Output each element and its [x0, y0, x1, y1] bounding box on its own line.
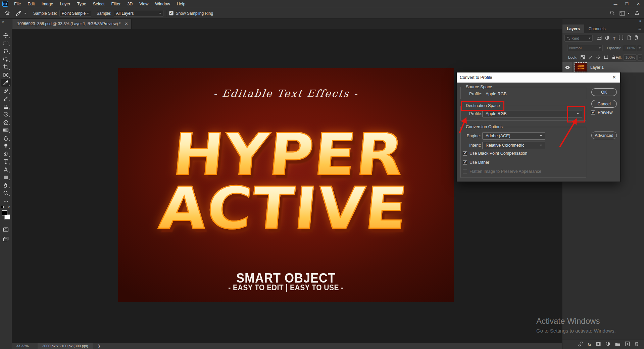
layer-name[interactable]: Layer 1	[590, 65, 604, 70]
opacity-value[interactable]: 100%	[623, 45, 636, 51]
toolbar-collapse-chevrons[interactable]: »	[0, 19, 12, 29]
show-sampling-ring-checkbox[interactable]	[169, 11, 174, 15]
eyedropper-tool-button[interactable]	[1, 79, 11, 87]
black-point-checkbox[interactable]	[463, 151, 467, 156]
cancel-button[interactable]: Cancel	[591, 100, 617, 108]
opacity-chevron[interactable]	[637, 45, 642, 51]
zoom-tool-button[interactable]	[1, 189, 11, 197]
menu-3d[interactable]: 3D	[124, 0, 136, 8]
fill-chevron[interactable]	[637, 54, 642, 61]
object-selection-tool-button[interactable]	[1, 55, 11, 63]
tab-channels[interactable]: Channels	[584, 24, 610, 33]
advanced-button[interactable]: Advanced	[591, 132, 617, 139]
document-canvas[interactable]: - Editable Text Effects - HYPER HYPER HY…	[118, 68, 454, 302]
brush-tool-button[interactable]	[1, 95, 11, 102]
destination-profile-label: Profile:	[465, 111, 482, 116]
status-chevron-icon[interactable]: ❯	[97, 344, 100, 348]
close-button[interactable]: ✕	[633, 0, 644, 8]
menu-help[interactable]: Help	[174, 0, 189, 8]
history-brush-tool-button[interactable]	[1, 110, 11, 118]
path-select-tool-button[interactable]	[1, 166, 11, 173]
filter-adjustment-layers-icon[interactable]	[605, 35, 610, 42]
chevron-down-icon	[589, 38, 591, 39]
filter-pixel-layers-icon[interactable]	[597, 35, 602, 42]
add-mask-icon[interactable]	[596, 342, 601, 348]
menu-layer[interactable]: Layer	[56, 0, 73, 8]
workspace-icon[interactable]	[620, 11, 630, 16]
lasso-tool-button[interactable]	[1, 47, 11, 55]
new-group-icon[interactable]	[615, 342, 621, 348]
toolbar-ellipsis-button[interactable]	[1, 197, 11, 205]
dialog-title-bar[interactable]: Convert to Profile ✕	[457, 72, 620, 83]
dialog-close-icon[interactable]: ✕	[611, 75, 617, 80]
layer-filter-dropdown[interactable]: Kind	[564, 35, 593, 42]
sample-dropdown[interactable]: All Layers	[114, 10, 163, 17]
menu-view[interactable]: View	[136, 0, 152, 8]
clone-stamp-tool-button[interactable]	[1, 103, 11, 110]
share-icon[interactable]	[634, 10, 639, 16]
filter-toggle-icon[interactable]	[635, 35, 638, 42]
marquee-tool-button[interactable]	[1, 40, 11, 47]
layer-visibility-toggle[interactable]	[562, 62, 573, 72]
menu-type[interactable]: Type	[74, 0, 90, 8]
fill-value[interactable]: 100%	[623, 54, 637, 61]
move-tool-button[interactable]	[1, 32, 11, 39]
menu-edit[interactable]: Edit	[24, 0, 38, 8]
layer-style-icon[interactable]: fx	[588, 342, 591, 347]
panel-menu-icon[interactable]: ≡	[635, 24, 644, 33]
panel-collapse-chevrons[interactable]: »	[562, 19, 644, 24]
frame-tool-button[interactable]	[1, 71, 11, 79]
lock-all-icon[interactable]	[611, 55, 616, 60]
crop-tool-button[interactable]	[1, 63, 11, 71]
eyedropper-icon[interactable]	[16, 10, 26, 16]
rectangle-tool-button[interactable]	[1, 173, 11, 181]
default-colors-icon[interactable]	[1, 206, 4, 208]
type-tool-button[interactable]	[1, 158, 11, 165]
lock-transparency-icon[interactable]	[581, 55, 585, 60]
menu-filter[interactable]: Filter	[108, 0, 124, 8]
zoom-level[interactable]: 33.33%	[16, 344, 33, 348]
layer-thumbnail[interactable]: HYPER ACTIVE	[575, 63, 587, 71]
delete-layer-icon[interactable]	[634, 341, 639, 348]
blur-tool-button[interactable]	[1, 134, 11, 142]
new-layer-icon[interactable]	[625, 341, 630, 348]
foreground-color-swatch[interactable]	[2, 210, 7, 215]
lock-artboard-icon[interactable]	[604, 55, 608, 60]
tab-layers[interactable]: Layers	[562, 24, 584, 33]
minimize-button[interactable]: —	[610, 0, 621, 8]
preview-checkbox[interactable]	[591, 110, 595, 115]
restore-button[interactable]: ❐	[621, 0, 633, 8]
screen-mode-button[interactable]	[1, 235, 11, 243]
quick-mask-button[interactable]	[1, 226, 11, 234]
menu-file[interactable]: File	[11, 0, 24, 8]
gradient-tool-button[interactable]	[1, 126, 11, 134]
layer-row[interactable]: HYPER ACTIVE Layer 1	[562, 62, 644, 72]
swap-colors-icon[interactable]: ⇄	[8, 205, 10, 208]
dodge-tool-button[interactable]	[1, 142, 11, 150]
blend-mode-dropdown[interactable]: Normal	[567, 45, 603, 51]
filter-shape-layers-icon[interactable]	[618, 35, 624, 42]
use-dither-checkbox[interactable]	[463, 160, 467, 165]
ok-button[interactable]: OK	[591, 88, 617, 96]
menu-select[interactable]: Select	[90, 0, 108, 8]
eraser-tool-button[interactable]	[1, 118, 11, 126]
document-tab[interactable]: 10966923_358.psd @ 33.3% (Layer 1, RGB/8…	[12, 19, 132, 29]
adjustment-layer-icon[interactable]	[605, 341, 610, 348]
show-sampling-ring-label: Show Sampling Ring	[176, 11, 213, 16]
link-layers-icon[interactable]	[578, 341, 583, 348]
healing-brush-tool-button[interactable]	[1, 87, 11, 95]
lock-pixels-icon[interactable]	[588, 55, 593, 60]
home-icon[interactable]	[5, 10, 10, 16]
engine-dropdown[interactable]: Adobe (ACE)	[482, 132, 545, 140]
sample-size-dropdown[interactable]: Point Sample	[59, 10, 91, 17]
menu-window[interactable]: Window	[152, 0, 173, 8]
lock-position-icon[interactable]	[596, 55, 600, 60]
intent-dropdown[interactable]: Relative Colorimetric	[482, 142, 545, 149]
filter-type-layers-icon[interactable]: T	[613, 36, 615, 41]
pen-tool-button[interactable]	[1, 150, 11, 158]
filter-smart-objects-icon[interactable]	[627, 35, 632, 42]
hand-tool-button[interactable]	[1, 182, 11, 189]
search-icon[interactable]	[610, 10, 615, 16]
close-tab-icon[interactable]: ✕	[125, 21, 128, 26]
menu-image[interactable]: Image	[38, 0, 57, 8]
